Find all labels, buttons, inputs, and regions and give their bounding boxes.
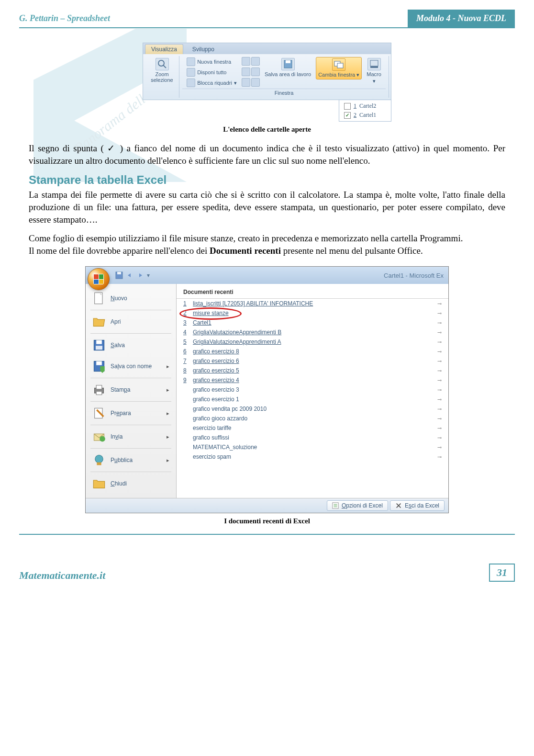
recent-doc-item[interactable]: 1lista_iscritti [L72053] ABILITA' INFORM… bbox=[177, 299, 448, 308]
recent-doc-item[interactable]: 6grafico esercizio 8⊸ bbox=[177, 347, 448, 356]
menu-stampa[interactable]: Stampa ▸ bbox=[86, 379, 176, 400]
redo-icon[interactable] bbox=[136, 271, 144, 279]
pin-icon[interactable]: ⊸ bbox=[437, 377, 442, 384]
exit-excel-button[interactable]: Esci da Excel bbox=[390, 500, 445, 511]
open-folder-icon bbox=[92, 315, 106, 328]
menu-prepara[interactable]: Prepara ▸ bbox=[86, 403, 176, 424]
recent-docs-header: Documenti recenti bbox=[177, 287, 448, 299]
switch-windows-button[interactable]: Cambia finestra ▾ bbox=[316, 57, 362, 79]
window-title: Cartel1 - Microsoft Ex bbox=[384, 272, 444, 279]
window-group-label: Finestra bbox=[182, 89, 386, 97]
save-workspace-button[interactable]: Salva area di lavoro bbox=[263, 57, 313, 78]
sync-scroll-icon[interactable] bbox=[251, 68, 260, 76]
recent-doc-item[interactable]: 8grafico esercizio 5⊸ bbox=[177, 366, 448, 375]
recent-doc-item[interactable]: 5GrigliaValutazioneApprendimenti A⊸ bbox=[177, 337, 448, 347]
arrange-all-button[interactable]: Disponi tutto bbox=[185, 68, 239, 77]
send-icon bbox=[92, 430, 106, 443]
paragraph-3: Come foglio di esempio utilizziamo il fi… bbox=[29, 232, 505, 245]
recent-doc-item[interactable]: esercizio tariffe⊸ bbox=[177, 423, 448, 433]
submenu-arrow-icon: ▸ bbox=[167, 387, 169, 393]
menu-salva[interactable]: Salva bbox=[86, 335, 176, 356]
qat-dropdown-icon[interactable]: ▾ bbox=[147, 272, 150, 279]
pin-icon[interactable]: ⊸ bbox=[437, 416, 442, 422]
submenu-arrow-icon: ▸ bbox=[167, 457, 169, 463]
page-number: 31 bbox=[489, 564, 515, 582]
excel-options-button[interactable]: Opzioni di Excel bbox=[327, 500, 388, 511]
unhide-icon[interactable] bbox=[242, 78, 250, 87]
pin-icon[interactable]: ⊸ bbox=[437, 396, 442, 403]
svg-marker-19 bbox=[100, 366, 104, 373]
pin-icon[interactable]: ⊸ bbox=[437, 368, 442, 374]
window-item-1[interactable]: 1 Cartel2 bbox=[339, 102, 391, 111]
prepare-icon bbox=[92, 406, 106, 420]
recent-doc-item[interactable]: 4GrigliaValutazioneApprendimenti B⊸ bbox=[177, 327, 448, 337]
macro-icon bbox=[367, 58, 381, 70]
pin-icon[interactable]: ⊸ bbox=[437, 320, 442, 326]
pin-icon[interactable]: ⊸ bbox=[437, 358, 442, 364]
recent-doc-item[interactable]: grafico gioco azzardo⊸ bbox=[177, 414, 448, 423]
publish-icon bbox=[92, 453, 106, 467]
pin-icon[interactable]: ⊸ bbox=[437, 387, 442, 393]
header-module: Modulo 4 - Nuova ECDL bbox=[408, 10, 515, 27]
pin-icon[interactable]: ⊸ bbox=[437, 301, 442, 307]
pin-icon[interactable]: ⊸ bbox=[437, 349, 442, 355]
menu-invia[interactable]: Invia ▸ bbox=[86, 426, 176, 447]
svg-rect-18 bbox=[96, 361, 102, 365]
save-ws-label: Salva area di lavoro bbox=[265, 71, 311, 77]
save-as-icon bbox=[92, 360, 106, 373]
pin-icon[interactable]: ⊸ bbox=[437, 310, 442, 316]
submenu-arrow-icon: ▸ bbox=[167, 363, 169, 370]
recent-doc-item[interactable]: grafico vendita pc 2009 2010⊸ bbox=[177, 404, 448, 414]
svg-rect-8 bbox=[370, 60, 378, 66]
pin-icon[interactable]: ⊸ bbox=[437, 406, 442, 412]
pin-icon[interactable]: ⊸ bbox=[437, 425, 442, 431]
new-window-button[interactable]: Nuova finestra bbox=[185, 57, 239, 67]
recent-doc-item[interactable]: 3Cartel1⊸ bbox=[177, 318, 448, 327]
arrange-icon bbox=[187, 68, 195, 77]
undo-icon[interactable] bbox=[126, 271, 134, 279]
pin-icon[interactable]: ⊸ bbox=[437, 454, 442, 460]
menu-pubblica[interactable]: Pubblica ▸ bbox=[86, 450, 176, 471]
paragraph-2: La stampa dei file permette di avere su … bbox=[29, 189, 505, 226]
split-icon[interactable] bbox=[242, 57, 250, 66]
pin-icon[interactable]: ⊸ bbox=[437, 339, 442, 345]
menu-apri[interactable]: Apri bbox=[86, 311, 176, 332]
zoom-icon bbox=[156, 58, 169, 70]
reset-pos-icon[interactable] bbox=[251, 78, 260, 87]
svg-point-25 bbox=[100, 436, 105, 442]
save-icon[interactable] bbox=[115, 271, 123, 279]
print-icon bbox=[92, 383, 106, 396]
recent-doc-item[interactable]: grafico suffissi⊸ bbox=[177, 433, 448, 442]
svg-rect-16 bbox=[96, 346, 102, 350]
hide-icon[interactable] bbox=[242, 68, 250, 76]
svg-rect-27 bbox=[97, 463, 101, 465]
pin-icon[interactable]: ⊸ bbox=[437, 435, 442, 441]
recent-doc-item[interactable]: esercizio spam⊸ bbox=[177, 452, 448, 462]
pin-icon[interactable]: ⊸ bbox=[437, 444, 442, 451]
pin-icon[interactable]: ⊸ bbox=[437, 329, 442, 336]
menu-nuovo[interactable]: Nuovo bbox=[86, 288, 176, 309]
view-side-icon[interactable] bbox=[251, 57, 260, 66]
save-disk-icon bbox=[92, 339, 106, 352]
office-menu-left: Nuovo Apri Salva Salva con nome ▸ bbox=[86, 284, 177, 498]
header-rule bbox=[19, 27, 515, 28]
recent-doc-item[interactable]: 2misure stanze⊸ bbox=[177, 308, 448, 318]
recent-doc-item[interactable]: MATEMATICA_soluzione⊸ bbox=[177, 442, 448, 452]
tab-sviluppo[interactable]: Sviluppo bbox=[186, 44, 221, 54]
freeze-icon bbox=[187, 79, 195, 87]
submenu-arrow-icon: ▸ bbox=[167, 410, 169, 417]
menu-chiudi[interactable]: Chiudi bbox=[86, 473, 176, 494]
macro-button[interactable]: Macro ▾ bbox=[365, 57, 383, 85]
zoom-selection-label: Zoom selezione bbox=[150, 71, 174, 83]
zoom-selection-button[interactable]: Zoom selezione bbox=[148, 57, 176, 84]
tab-visualizza[interactable]: Visualizza bbox=[145, 44, 183, 54]
close-folder-icon bbox=[92, 477, 106, 490]
freeze-panes-button[interactable]: Blocca riquadri ▾ bbox=[185, 78, 239, 88]
recent-doc-item[interactable]: 9grafico esercizio 4⊸ bbox=[177, 375, 448, 385]
recent-doc-item[interactable]: grafico esercizio 1⊸ bbox=[177, 395, 448, 404]
window-item-2[interactable]: ✓ 2 Cartel1 bbox=[339, 111, 391, 120]
menu-salva-nome[interactable]: Salva con nome ▸ bbox=[86, 356, 176, 377]
recent-doc-item[interactable]: 7grafico esercizio 6⊸ bbox=[177, 356, 448, 366]
new-file-icon bbox=[92, 292, 106, 305]
recent-doc-item[interactable]: grafico esercizio 3⊸ bbox=[177, 385, 448, 395]
